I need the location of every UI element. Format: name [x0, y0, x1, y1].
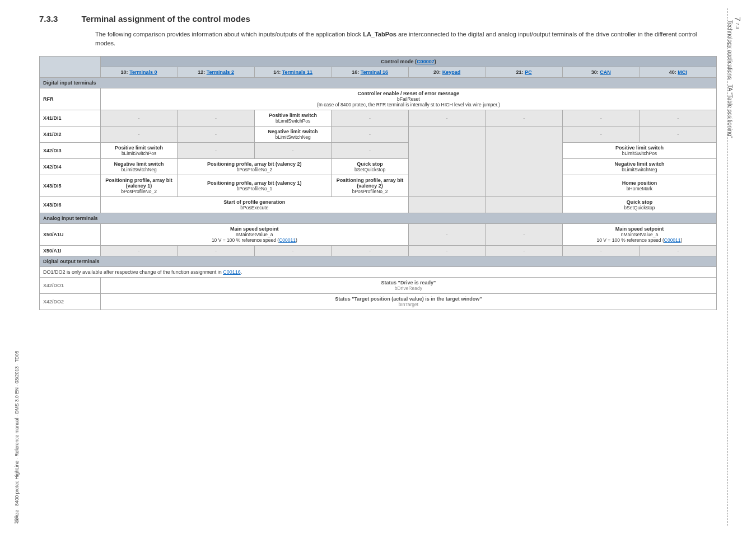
link-terminals0[interactable]: Terminals 0 [129, 69, 157, 75]
page-number: 389 [13, 516, 19, 524]
row-a1i: X50/A1I -------- [40, 245, 717, 256]
row-do1: X42/DO1 Status "Drive is ready"bDriveRea… [40, 277, 717, 293]
table-header-control-mode: Control mode (C00007) [40, 56, 717, 67]
row-di4: X42/DI4 Negative limit switchbLimitSwitc… [40, 158, 717, 175]
link-terminals11[interactable]: Terminals 11 [282, 69, 312, 75]
main-content: 7.3.3 Terminal assignment of the control… [39, 14, 717, 310]
section-digital-output: Digital output terminals [40, 256, 717, 266]
link-terminal16[interactable]: Terminal 16 [361, 69, 388, 75]
row-di5: X43/DI5 Positioning profile, array bit (… [40, 175, 717, 196]
link-mci[interactable]: MCI [678, 69, 687, 75]
link-can[interactable]: CAN [600, 69, 611, 75]
sidebar-left-credits: Lenze · 8400 protec HighLine · Reference… [14, 11, 21, 523]
row-di3: X42/DI3 Positive limit switchbLimitSwitc… [40, 142, 717, 158]
chapter-number: 7 [733, 17, 742, 21]
chapter-sub: 7.3 [735, 22, 740, 29]
section-title: Terminal assignment of the control modes [81, 14, 250, 24]
terminal-assignment-table: Control mode (C00007) 10: Terminals 0 12… [39, 56, 717, 310]
section-digital-input: Digital input terminals [40, 77, 717, 88]
link-terminals2[interactable]: Terminals 2 [207, 69, 234, 75]
row-a1u: X50/A1U Main speed setpoint nMainSetValu… [40, 223, 717, 245]
link-keypad[interactable]: Keypad [442, 69, 461, 75]
row-di6: X43/DI6 Start of profile generationbPosE… [40, 196, 717, 213]
table-header-modes: 10: Terminals 0 12: Terminals 2 14: Term… [40, 67, 717, 77]
section-number: 7.3.3 [39, 14, 58, 24]
row-do2: X42/DO2 Status "Target position (actual … [40, 293, 717, 310]
vertical-dash [727, 8, 728, 526]
link-c00007[interactable]: C00007 [417, 59, 435, 64]
row-rfr: RFR Controller enable / Reset of error m… [40, 88, 717, 110]
link-c00116[interactable]: C00116 [223, 269, 241, 275]
row-di1: X41/DI1 - - Positive limit switchbLimitS… [40, 110, 717, 126]
intro-paragraph: The following comparison provides inform… [95, 30, 717, 48]
section-analog-input: Analog input terminals [40, 213, 717, 223]
link-c00011-left[interactable]: C00011 [279, 237, 296, 243]
link-c00011-right[interactable]: C00011 [664, 237, 681, 243]
link-pc[interactable]: PC [525, 69, 532, 75]
row-di2: X41/DI2 - - Negative limit switchbLimitS… [40, 126, 717, 142]
sidebar-right-chapter: 7 7.3 Technology applications TA "Table … [726, 17, 742, 138]
section-heading: 7.3.3 Terminal assignment of the control… [39, 14, 717, 24]
row-dout-note: DO1/DO2 is only available after respecti… [40, 266, 717, 277]
